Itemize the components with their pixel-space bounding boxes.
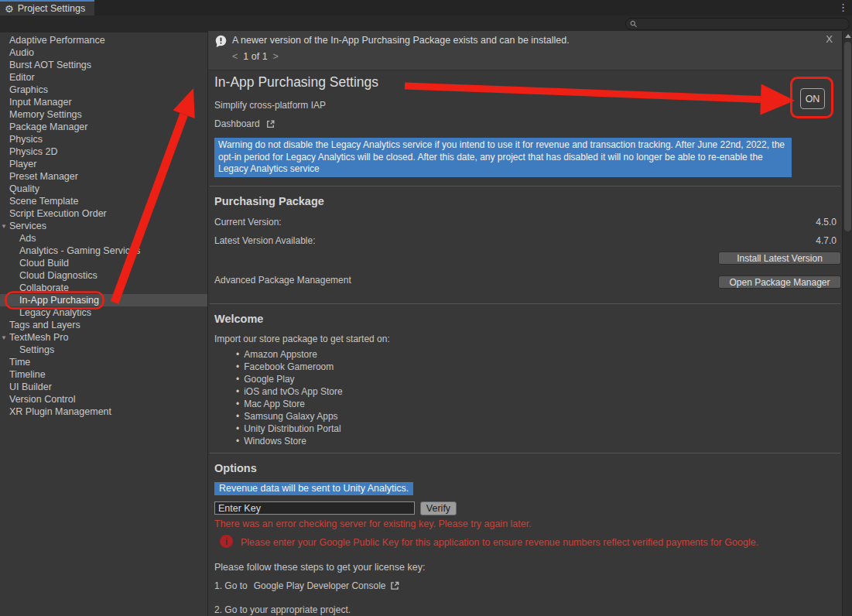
server-error-text: There was an error checking server for e… — [214, 518, 532, 529]
sidebar-item-physics-2d[interactable]: Physics 2D — [0, 145, 207, 158]
section-divider — [210, 186, 840, 187]
sidebar-item-graphics[interactable]: Graphics — [0, 84, 207, 96]
bullet-icon: • — [236, 386, 239, 397]
sidebar-item-script-execution-order[interactable]: Script Execution Order — [0, 207, 207, 220]
store-name: Samsung Galaxy Apps — [244, 411, 337, 422]
sidebar-item-services[interactable]: ▼ Services — [0, 220, 207, 232]
main-panel: A newer version of the In-App Purchasing… — [207, 31, 842, 616]
settings-sidebar: Adaptive Performance Audio Burst AOT Set… — [0, 33, 207, 616]
bullet-icon: • — [236, 423, 239, 434]
search-field[interactable] — [625, 18, 850, 30]
store-name: Windows Store — [244, 436, 306, 447]
sidebar-item-textmesh-pro[interactable]: ▼ TextMesh Pro — [0, 331, 207, 344]
project-settings-window: ⚙ Project Settings ⋮ Adaptive Performanc… — [0, 0, 852, 616]
scroll-up-arrow-icon[interactable] — [845, 34, 851, 38]
sidebar-item-player[interactable]: Player — [0, 158, 207, 170]
store-name: Mac App Store — [244, 399, 305, 409]
settings-content: In-App Purchasing Settings ON Simplify c… — [208, 71, 842, 616]
vertical-scrollbar[interactable] — [842, 31, 852, 616]
gear-icon: ⚙ — [5, 4, 14, 14]
section-divider — [210, 303, 840, 304]
sidebar-item-cloud-diagnostics[interactable]: Cloud Diagnostics — [0, 269, 207, 282]
bullet-icon: • — [236, 411, 239, 422]
tab-project-settings[interactable]: ⚙ Project Settings — [0, 0, 94, 15]
sidebar-item-ads[interactable]: Ads — [0, 232, 207, 245]
purchasing-package-heading: Purchasing Package — [214, 195, 324, 207]
sidebar-item-memory-settings[interactable]: Memory Settings — [0, 108, 207, 121]
service-on-toggle[interactable]: ON — [800, 88, 825, 109]
sidebar-item-burst-aot-settings[interactable]: Burst AOT Settings — [0, 59, 207, 71]
google-play-console-link[interactable]: Google Play Developer Console — [254, 580, 386, 591]
bullet-icon: • — [236, 436, 239, 447]
list-item: •Amazon Appstore — [236, 348, 343, 361]
license-key-input[interactable] — [214, 501, 415, 515]
error-info-icon: i — [220, 535, 233, 548]
store-name: Facebook Gameroom — [244, 361, 334, 372]
list-item: •Facebook Gameroom — [236, 361, 343, 373]
sidebar-item-textmeshpro-settings[interactable]: Settings — [0, 344, 207, 356]
store-name: Amazon Appstore — [244, 349, 317, 360]
welcome-heading: Welcome — [214, 313, 263, 325]
external-link-icon — [265, 119, 275, 129]
store-name: Unity Distribution Portal — [244, 423, 340, 434]
bullet-icon: • — [236, 374, 239, 385]
sidebar-item-in-app-purchasing[interactable]: In-App Purchasing — [0, 294, 207, 306]
notification-message: A newer version of the In-App Purchasing… — [232, 35, 570, 46]
external-link-icon — [389, 580, 400, 591]
current-version-label: Current Version: — [214, 217, 282, 228]
sidebar-item-preset-manager[interactable]: Preset Manager — [0, 170, 207, 183]
open-package-manager-button[interactable]: Open Package Manager — [718, 275, 841, 289]
sidebar-item-input-manager[interactable]: Input Manager — [0, 96, 207, 108]
advanced-package-management-label: Advanced Package Management — [214, 275, 351, 286]
sidebar-item-label: TextMesh Pro — [9, 332, 68, 343]
current-version-value: 4.5.0 — [816, 217, 837, 228]
steps-intro: Please follow these steps to get your li… — [214, 562, 425, 573]
step-2: 2. Go to your appropriate project. — [214, 604, 351, 615]
search-input[interactable] — [641, 19, 849, 29]
step-1: 1. Go to Google Play Developer Console — [214, 580, 400, 591]
page-title: In-App Purchasing Settings — [214, 74, 378, 91]
toolbar — [0, 15, 852, 33]
google-key-warning-text: Please enter your Google Public Key for … — [241, 537, 758, 548]
sidebar-item-version-control[interactable]: Version Control — [0, 393, 207, 406]
sidebar-item-adaptive-performance[interactable]: Adaptive Performance — [0, 34, 207, 46]
welcome-intro: Import our store package to get started … — [214, 334, 390, 344]
sidebar-item-time[interactable]: Time — [0, 356, 207, 368]
bullet-icon: • — [236, 361, 239, 372]
sidebar-item-analytics-gaming-services[interactable]: Analytics - Gaming Services — [0, 245, 207, 257]
latest-version-label: Latest Version Available: — [214, 235, 316, 246]
sidebar-item-quality[interactable]: Quality — [0, 183, 207, 195]
sidebar-item-package-manager[interactable]: Package Manager — [0, 121, 207, 133]
list-item: •Mac App Store — [236, 398, 343, 410]
dashboard-link[interactable]: Dashboard — [214, 118, 275, 129]
sidebar-item-ui-builder[interactable]: UI Builder — [0, 381, 207, 393]
dashboard-link-label: Dashboard — [214, 118, 260, 129]
chevron-down-icon[interactable]: ▼ — [1, 221, 7, 233]
install-latest-version-button[interactable]: Install Latest Version — [718, 252, 841, 265]
alert-bubble-icon — [214, 35, 228, 48]
kebab-menu-icon[interactable]: ⋮ — [838, 2, 848, 13]
sidebar-item-collaborate[interactable]: Collaborate — [0, 282, 207, 294]
sidebar-item-audio[interactable]: Audio — [0, 46, 207, 59]
sidebar-item-tags-and-layers[interactable]: Tags and Layers — [0, 319, 207, 331]
tab-bar: ⚙ Project Settings ⋮ — [0, 0, 852, 15]
sidebar-item-legacy-analytics[interactable]: Legacy Analytics — [0, 306, 207, 319]
sidebar-item-editor[interactable]: Editor — [0, 71, 207, 84]
pager-next-button[interactable]: > — [273, 51, 279, 62]
sidebar-item-physics[interactable]: Physics — [0, 133, 207, 145]
sidebar-item-timeline[interactable]: Timeline — [0, 368, 207, 381]
legacy-analytics-warning: Warning do not disable the Legacy Analyt… — [214, 138, 792, 177]
verify-button[interactable]: Verify — [420, 501, 457, 515]
sidebar-item-xr-plugin-management[interactable]: XR Plugin Management — [0, 406, 207, 418]
store-list: •Amazon Appstore •Facebook Gameroom •Goo… — [236, 348, 343, 447]
close-icon[interactable]: X — [826, 33, 833, 45]
step-1-prefix: 1. Go to — [214, 580, 248, 591]
sidebar-item-scene-template[interactable]: Scene Template — [0, 195, 207, 207]
options-heading: Options — [214, 462, 257, 474]
scrollbar-thumb[interactable] — [844, 42, 851, 231]
sidebar-item-cloud-build[interactable]: Cloud Build — [0, 257, 207, 269]
list-item: •Unity Distribution Portal — [236, 423, 343, 435]
tab-label: Project Settings — [18, 3, 86, 14]
pager-prev-button[interactable]: < — [232, 51, 238, 62]
chevron-down-icon[interactable]: ▼ — [1, 332, 7, 344]
